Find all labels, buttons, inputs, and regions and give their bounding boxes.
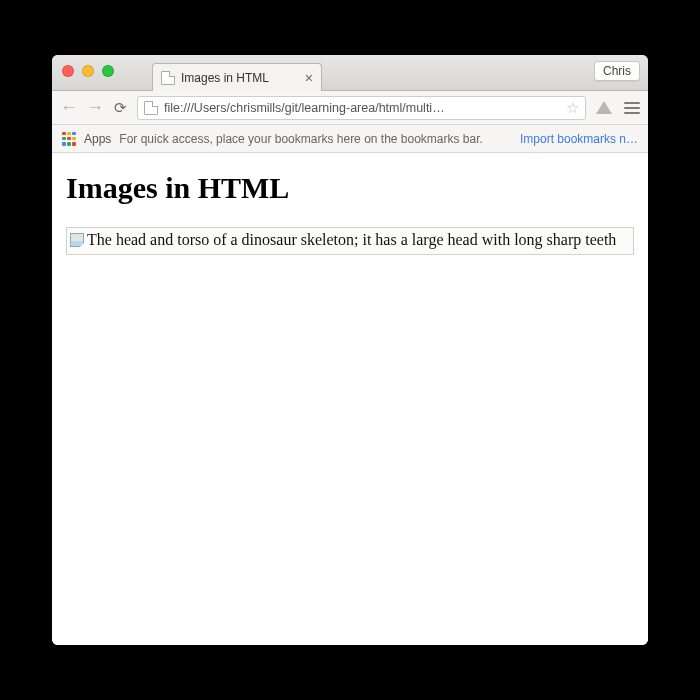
browser-window: Images in HTML × Chris ← → ⟳ file:///Use…	[52, 55, 648, 645]
page-icon	[144, 101, 158, 115]
menu-icon[interactable]	[624, 102, 640, 114]
toolbar: ← → ⟳ file:///Users/chrismills/git/learn…	[52, 91, 648, 125]
close-tab-icon[interactable]: ×	[305, 71, 313, 85]
minimize-window-button[interactable]	[82, 65, 94, 77]
bookmarks-bar: Apps For quick access, place your bookma…	[52, 125, 648, 153]
close-window-button[interactable]	[62, 65, 74, 77]
broken-image-placeholder: The head and torso of a dinosaur skeleto…	[66, 227, 634, 255]
url-text: file:///Users/chrismills/git/learning-ar…	[164, 101, 560, 115]
fullscreen-window-button[interactable]	[102, 65, 114, 77]
address-bar[interactable]: file:///Users/chrismills/git/learning-ar…	[137, 96, 586, 120]
broken-image-alt-text: The head and torso of a dinosaur skeleto…	[87, 230, 616, 250]
profile-button[interactable]: Chris	[594, 61, 640, 81]
traffic-lights	[62, 65, 114, 77]
tab-title: Images in HTML	[181, 71, 269, 85]
apps-icon[interactable]	[62, 132, 76, 146]
google-drive-icon[interactable]	[596, 101, 612, 114]
import-bookmarks-link[interactable]: Import bookmarks n…	[520, 132, 638, 146]
reload-button[interactable]: ⟳	[114, 99, 127, 117]
back-button[interactable]: ←	[60, 97, 78, 118]
apps-label[interactable]: Apps	[84, 132, 111, 146]
page-icon	[161, 71, 175, 85]
broken-image-icon	[69, 232, 85, 248]
browser-tab[interactable]: Images in HTML ×	[152, 63, 322, 91]
forward-button[interactable]: →	[86, 97, 104, 118]
page-heading: Images in HTML	[66, 171, 634, 205]
titlebar: Images in HTML × Chris	[52, 55, 648, 91]
bookmarks-hint: For quick access, place your bookmarks h…	[119, 132, 483, 146]
bookmark-star-icon[interactable]: ☆	[566, 99, 579, 117]
page-content: Images in HTML The head and torso of a d…	[52, 153, 648, 645]
